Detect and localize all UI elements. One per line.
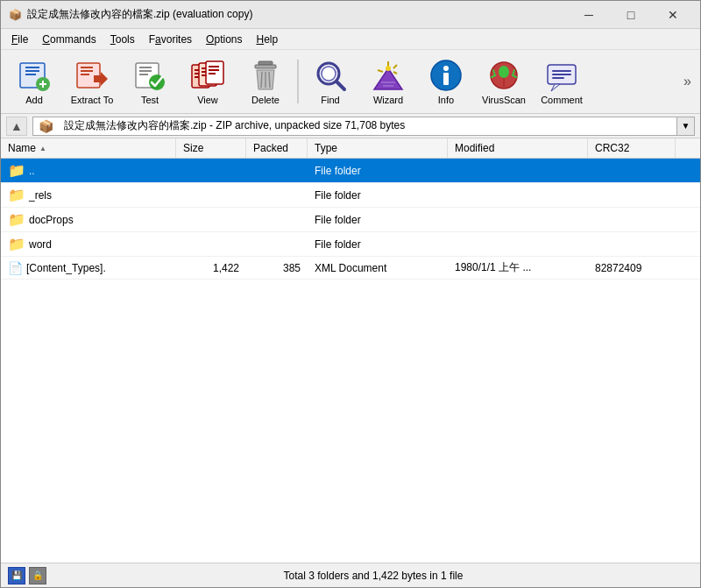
app-icon: 📦 <box>8 8 22 22</box>
window-title: 設定成無法修改內容的檔案.zip (evaluation copy) <box>27 7 569 22</box>
header-name[interactable]: Name ▲ <box>1 138 176 158</box>
comment-icon <box>544 58 579 93</box>
svg-rect-9 <box>81 70 93 72</box>
find-label: Find <box>321 95 339 105</box>
table-row[interactable]: 📄 [Content_Types]. 1,422 385 XML Documen… <box>1 257 700 280</box>
view-icon <box>190 58 225 93</box>
cell-crc32 <box>588 159 676 182</box>
add-label: Add <box>25 95 43 105</box>
table-row[interactable]: 📁 _rels File folder <box>1 183 700 208</box>
cell-packed: 385 <box>246 257 308 279</box>
menu-options[interactable]: Options <box>199 32 249 47</box>
test-button[interactable]: Test <box>122 53 178 110</box>
view-button[interactable]: View <box>180 53 236 110</box>
sort-arrow-name: ▲ <box>39 145 46 152</box>
comment-button[interactable]: Comment <box>534 53 590 110</box>
info-button[interactable]: Info <box>418 53 474 110</box>
cell-packed <box>246 183 308 207</box>
extract-label: Extract To <box>71 95 114 105</box>
svg-line-33 <box>269 72 270 88</box>
table-row[interactable]: 📁 docProps File folder <box>1 208 700 232</box>
virusscan-button[interactable]: VirusScan <box>476 53 532 110</box>
toolbar-more-btn[interactable]: » <box>680 70 695 93</box>
content-area: Name ▲ Size Packed Type Modified CRC32 <box>1 138 700 563</box>
svg-rect-15 <box>139 74 148 75</box>
cell-type: XML Document <box>308 257 448 279</box>
title-bar: 📦 設定成無法修改內容的檔案.zip (evaluation copy) ─ □… <box>1 1 700 29</box>
menu-tools[interactable]: Tools <box>103 32 142 47</box>
svg-line-40 <box>393 72 397 74</box>
folder-icon: 📁 <box>8 187 25 203</box>
header-modified[interactable]: Modified <box>448 138 588 158</box>
cell-crc32: 82872409 <box>588 257 676 279</box>
cell-crc32 <box>588 183 676 207</box>
header-packed[interactable]: Packed <box>246 138 308 158</box>
address-input[interactable] <box>59 117 677 136</box>
address-bar-zip-icon: 📦 <box>32 117 59 136</box>
svg-rect-28 <box>209 73 216 74</box>
svg-rect-13 <box>139 67 152 68</box>
cell-modified <box>448 183 588 207</box>
title-bar-controls: ─ □ ✕ <box>569 3 693 27</box>
cell-size <box>176 208 246 231</box>
view-label: View <box>197 95 218 105</box>
cell-packed <box>246 232 308 256</box>
address-dropdown-button[interactable]: ▼ <box>677 117 695 136</box>
cell-packed <box>246 159 308 182</box>
nav-up-button[interactable]: ▲ <box>6 117 27 136</box>
wizard-label: Wizard <box>373 95 403 105</box>
find-button[interactable]: Find <box>302 53 358 110</box>
svg-rect-57 <box>552 70 571 72</box>
toolbar-separator-1 <box>297 60 299 103</box>
menu-commands[interactable]: Commands <box>35 32 103 47</box>
test-label: Test <box>141 95 159 105</box>
minimize-button[interactable]: ─ <box>569 3 609 27</box>
wizard-button[interactable]: Wizard <box>360 53 416 110</box>
svg-rect-29 <box>258 61 273 65</box>
cell-size <box>176 159 246 182</box>
svg-rect-10 <box>81 74 89 75</box>
add-button[interactable]: Add <box>6 53 62 110</box>
menu-help[interactable]: Help <box>249 32 285 47</box>
header-type[interactable]: Type <box>308 138 448 158</box>
test-icon <box>132 58 167 93</box>
menu-bar: File Commands Tools Favorites Options He… <box>1 29 700 50</box>
cell-name: 📄 [Content_Types]. <box>1 257 176 279</box>
cell-modified <box>448 159 588 182</box>
close-button[interactable]: ✕ <box>653 3 693 27</box>
menu-favorites[interactable]: Favorites <box>142 32 199 47</box>
svg-rect-26 <box>209 66 219 67</box>
svg-rect-59 <box>552 77 564 79</box>
table-row[interactable]: 📁 .. File folder <box>1 159 700 183</box>
cell-modified: 1980/1/1 上午 ... <box>448 257 588 279</box>
wizard-icon <box>371 58 406 93</box>
svg-marker-56 <box>551 84 560 91</box>
cell-name: 📁 docProps <box>1 208 176 231</box>
maximize-button[interactable]: □ <box>611 3 651 27</box>
svg-line-36 <box>336 81 344 89</box>
table-row[interactable]: 📁 word File folder <box>1 232 700 257</box>
cell-name: 📁 word <box>1 232 176 256</box>
folder-icon: 📁 <box>8 236 25 252</box>
comment-label: Comment <box>541 95 583 105</box>
doc-icon: 📄 <box>8 261 23 275</box>
cell-type: File folder <box>308 232 448 256</box>
svg-line-31 <box>261 72 262 88</box>
delete-button[interactable]: Delete <box>237 53 294 110</box>
virusscan-icon <box>486 58 521 93</box>
svg-rect-3 <box>25 74 36 75</box>
svg-line-39 <box>378 70 383 72</box>
file-list: Name ▲ Size Packed Type Modified CRC32 <box>1 138 700 563</box>
svg-point-48 <box>499 66 509 78</box>
header-size[interactable]: Size <box>176 138 246 158</box>
info-icon <box>428 58 464 93</box>
svg-rect-1 <box>25 67 39 68</box>
extract-to-button[interactable]: Extract To <box>64 53 120 110</box>
cell-size <box>176 183 246 207</box>
add-icon <box>17 58 52 93</box>
svg-rect-8 <box>81 67 93 68</box>
cell-type: File folder <box>308 183 448 207</box>
header-crc32[interactable]: CRC32 <box>588 138 676 158</box>
svg-point-35 <box>322 67 336 81</box>
menu-file[interactable]: File <box>4 32 35 47</box>
